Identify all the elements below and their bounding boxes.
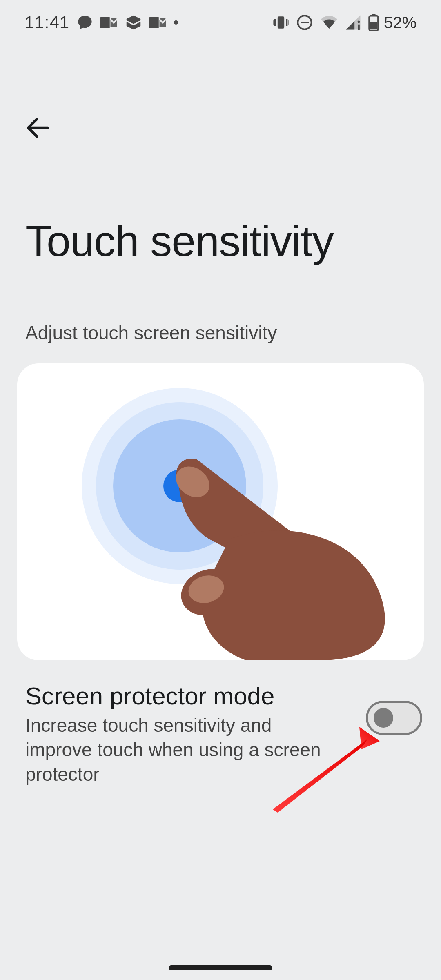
svg-rect-2	[278, 16, 284, 28]
svg-rect-9	[358, 24, 360, 30]
setting-title: Screen protector mode	[25, 682, 350, 710]
svg-rect-13	[370, 22, 377, 29]
navigation-handle[interactable]	[169, 965, 272, 970]
hand-touch-icon	[17, 363, 424, 660]
toggle-knob	[374, 708, 393, 728]
status-time: 11:41	[24, 13, 69, 32]
svg-point-10	[358, 21, 360, 23]
svg-rect-6	[288, 20, 289, 24]
screen-protector-mode-row[interactable]: Screen protector mode Increase touch sen…	[25, 682, 422, 786]
outlook-icon	[100, 15, 118, 30]
package-icon	[125, 15, 142, 30]
battery-icon	[368, 14, 379, 31]
vibrate-icon	[273, 15, 289, 30]
touch-illustration	[17, 363, 424, 660]
status-left: 11:41	[24, 13, 178, 32]
status-right: 52%	[273, 13, 416, 32]
section-header: Adjust touch screen sensitivity	[25, 322, 277, 344]
page-title: Touch sensitivity	[25, 216, 334, 266]
status-bar: 11:41 52%	[0, 0, 441, 45]
svg-rect-1	[149, 17, 159, 28]
svg-rect-3	[274, 19, 276, 26]
svg-rect-4	[286, 19, 287, 26]
setting-description: Increase touch sensitivity and improve t…	[25, 713, 340, 786]
screen-protector-toggle[interactable]	[366, 701, 422, 735]
dnd-icon	[296, 14, 313, 31]
battery-percent: 52%	[384, 13, 416, 32]
arrow-left-icon	[25, 115, 51, 141]
signal-icon	[345, 15, 361, 30]
more-notifications-dot-icon	[174, 20, 178, 24]
svg-rect-12	[372, 14, 375, 16]
wifi-icon	[320, 15, 338, 30]
outlook-icon-2	[149, 15, 167, 30]
svg-rect-5	[273, 20, 274, 24]
svg-rect-0	[100, 17, 110, 28]
setting-text: Screen protector mode Increase touch sen…	[25, 682, 350, 786]
back-button[interactable]	[16, 105, 60, 150]
chat-bubble-icon	[77, 14, 93, 31]
